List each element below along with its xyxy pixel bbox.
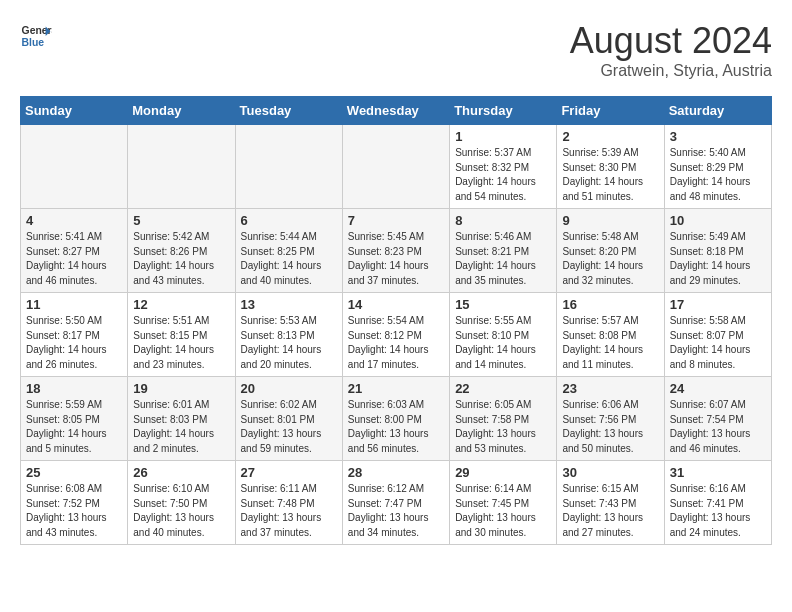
day-info: Sunrise: 6:05 AM Sunset: 7:58 PM Dayligh… <box>455 399 536 454</box>
calendar-day: 23Sunrise: 6:06 AM Sunset: 7:56 PM Dayli… <box>557 377 664 461</box>
calendar-day: 18Sunrise: 5:59 AM Sunset: 8:05 PM Dayli… <box>21 377 128 461</box>
calendar-day: 25Sunrise: 6:08 AM Sunset: 7:52 PM Dayli… <box>21 461 128 545</box>
calendar-day: 1Sunrise: 5:37 AM Sunset: 8:32 PM Daylig… <box>450 125 557 209</box>
day-info: Sunrise: 6:10 AM Sunset: 7:50 PM Dayligh… <box>133 483 214 538</box>
calendar-day: 30Sunrise: 6:15 AM Sunset: 7:43 PM Dayli… <box>557 461 664 545</box>
logo: General Blue <box>20 20 52 52</box>
day-number: 27 <box>241 465 337 480</box>
day-info: Sunrise: 5:41 AM Sunset: 8:27 PM Dayligh… <box>26 231 107 286</box>
calendar-day <box>128 125 235 209</box>
day-number: 19 <box>133 381 229 396</box>
day-info: Sunrise: 5:48 AM Sunset: 8:20 PM Dayligh… <box>562 231 643 286</box>
calendar-day: 5Sunrise: 5:42 AM Sunset: 8:26 PM Daylig… <box>128 209 235 293</box>
day-info: Sunrise: 5:44 AM Sunset: 8:25 PM Dayligh… <box>241 231 322 286</box>
day-info: Sunrise: 5:46 AM Sunset: 8:21 PM Dayligh… <box>455 231 536 286</box>
day-info: Sunrise: 5:51 AM Sunset: 8:15 PM Dayligh… <box>133 315 214 370</box>
day-info: Sunrise: 6:07 AM Sunset: 7:54 PM Dayligh… <box>670 399 751 454</box>
day-number: 2 <box>562 129 658 144</box>
weekday-header: Tuesday <box>235 97 342 125</box>
day-number: 7 <box>348 213 444 228</box>
calendar-day <box>342 125 449 209</box>
calendar-day: 8Sunrise: 5:46 AM Sunset: 8:21 PM Daylig… <box>450 209 557 293</box>
calendar-day: 28Sunrise: 6:12 AM Sunset: 7:47 PM Dayli… <box>342 461 449 545</box>
day-number: 9 <box>562 213 658 228</box>
day-info: Sunrise: 5:40 AM Sunset: 8:29 PM Dayligh… <box>670 147 751 202</box>
day-info: Sunrise: 6:12 AM Sunset: 7:47 PM Dayligh… <box>348 483 429 538</box>
day-number: 14 <box>348 297 444 312</box>
weekday-header: Thursday <box>450 97 557 125</box>
calendar-day <box>235 125 342 209</box>
day-number: 29 <box>455 465 551 480</box>
day-number: 4 <box>26 213 122 228</box>
calendar-day: 19Sunrise: 6:01 AM Sunset: 8:03 PM Dayli… <box>128 377 235 461</box>
calendar-day: 29Sunrise: 6:14 AM Sunset: 7:45 PM Dayli… <box>450 461 557 545</box>
calendar-table: SundayMondayTuesdayWednesdayThursdayFrid… <box>20 96 772 545</box>
day-info: Sunrise: 6:08 AM Sunset: 7:52 PM Dayligh… <box>26 483 107 538</box>
day-info: Sunrise: 5:39 AM Sunset: 8:30 PM Dayligh… <box>562 147 643 202</box>
logo-icon: General Blue <box>20 20 52 52</box>
day-number: 22 <box>455 381 551 396</box>
calendar-day: 27Sunrise: 6:11 AM Sunset: 7:48 PM Dayli… <box>235 461 342 545</box>
calendar-day: 7Sunrise: 5:45 AM Sunset: 8:23 PM Daylig… <box>342 209 449 293</box>
day-number: 5 <box>133 213 229 228</box>
day-info: Sunrise: 6:15 AM Sunset: 7:43 PM Dayligh… <box>562 483 643 538</box>
day-number: 8 <box>455 213 551 228</box>
day-info: Sunrise: 5:53 AM Sunset: 8:13 PM Dayligh… <box>241 315 322 370</box>
calendar-day: 13Sunrise: 5:53 AM Sunset: 8:13 PM Dayli… <box>235 293 342 377</box>
calendar-week-row: 18Sunrise: 5:59 AM Sunset: 8:05 PM Dayli… <box>21 377 772 461</box>
day-info: Sunrise: 5:45 AM Sunset: 8:23 PM Dayligh… <box>348 231 429 286</box>
calendar-day: 22Sunrise: 6:05 AM Sunset: 7:58 PM Dayli… <box>450 377 557 461</box>
day-number: 18 <box>26 381 122 396</box>
day-number: 23 <box>562 381 658 396</box>
day-info: Sunrise: 5:58 AM Sunset: 8:07 PM Dayligh… <box>670 315 751 370</box>
title-block: August 2024 Gratwein, Styria, Austria <box>570 20 772 80</box>
day-number: 6 <box>241 213 337 228</box>
calendar-day: 17Sunrise: 5:58 AM Sunset: 8:07 PM Dayli… <box>664 293 771 377</box>
day-number: 31 <box>670 465 766 480</box>
calendar-day: 14Sunrise: 5:54 AM Sunset: 8:12 PM Dayli… <box>342 293 449 377</box>
day-number: 1 <box>455 129 551 144</box>
day-info: Sunrise: 5:59 AM Sunset: 8:05 PM Dayligh… <box>26 399 107 454</box>
day-info: Sunrise: 5:55 AM Sunset: 8:10 PM Dayligh… <box>455 315 536 370</box>
day-info: Sunrise: 5:57 AM Sunset: 8:08 PM Dayligh… <box>562 315 643 370</box>
calendar-day: 15Sunrise: 5:55 AM Sunset: 8:10 PM Dayli… <box>450 293 557 377</box>
day-info: Sunrise: 5:49 AM Sunset: 8:18 PM Dayligh… <box>670 231 751 286</box>
calendar-day: 11Sunrise: 5:50 AM Sunset: 8:17 PM Dayli… <box>21 293 128 377</box>
day-number: 17 <box>670 297 766 312</box>
day-number: 28 <box>348 465 444 480</box>
calendar-day: 3Sunrise: 5:40 AM Sunset: 8:29 PM Daylig… <box>664 125 771 209</box>
day-number: 16 <box>562 297 658 312</box>
calendar-day: 10Sunrise: 5:49 AM Sunset: 8:18 PM Dayli… <box>664 209 771 293</box>
day-number: 10 <box>670 213 766 228</box>
svg-text:Blue: Blue <box>22 37 45 48</box>
weekday-header: Monday <box>128 97 235 125</box>
weekday-header: Saturday <box>664 97 771 125</box>
calendar-day: 6Sunrise: 5:44 AM Sunset: 8:25 PM Daylig… <box>235 209 342 293</box>
day-info: Sunrise: 6:14 AM Sunset: 7:45 PM Dayligh… <box>455 483 536 538</box>
day-number: 21 <box>348 381 444 396</box>
day-number: 11 <box>26 297 122 312</box>
day-number: 25 <box>26 465 122 480</box>
calendar-week-row: 11Sunrise: 5:50 AM Sunset: 8:17 PM Dayli… <box>21 293 772 377</box>
day-info: Sunrise: 6:16 AM Sunset: 7:41 PM Dayligh… <box>670 483 751 538</box>
day-number: 15 <box>455 297 551 312</box>
calendar-day: 9Sunrise: 5:48 AM Sunset: 8:20 PM Daylig… <box>557 209 664 293</box>
weekday-header: Friday <box>557 97 664 125</box>
calendar-week-row: 4Sunrise: 5:41 AM Sunset: 8:27 PM Daylig… <box>21 209 772 293</box>
day-number: 26 <box>133 465 229 480</box>
day-info: Sunrise: 5:50 AM Sunset: 8:17 PM Dayligh… <box>26 315 107 370</box>
calendar-day: 31Sunrise: 6:16 AM Sunset: 7:41 PM Dayli… <box>664 461 771 545</box>
day-number: 12 <box>133 297 229 312</box>
calendar-day: 16Sunrise: 5:57 AM Sunset: 8:08 PM Dayli… <box>557 293 664 377</box>
weekday-header-row: SundayMondayTuesdayWednesdayThursdayFrid… <box>21 97 772 125</box>
calendar-day: 26Sunrise: 6:10 AM Sunset: 7:50 PM Dayli… <box>128 461 235 545</box>
calendar-day: 21Sunrise: 6:03 AM Sunset: 8:00 PM Dayli… <box>342 377 449 461</box>
calendar-day: 24Sunrise: 6:07 AM Sunset: 7:54 PM Dayli… <box>664 377 771 461</box>
day-number: 13 <box>241 297 337 312</box>
day-info: Sunrise: 6:01 AM Sunset: 8:03 PM Dayligh… <box>133 399 214 454</box>
calendar-day: 20Sunrise: 6:02 AM Sunset: 8:01 PM Dayli… <box>235 377 342 461</box>
calendar-day: 12Sunrise: 5:51 AM Sunset: 8:15 PM Dayli… <box>128 293 235 377</box>
day-number: 24 <box>670 381 766 396</box>
day-info: Sunrise: 6:06 AM Sunset: 7:56 PM Dayligh… <box>562 399 643 454</box>
weekday-header: Sunday <box>21 97 128 125</box>
